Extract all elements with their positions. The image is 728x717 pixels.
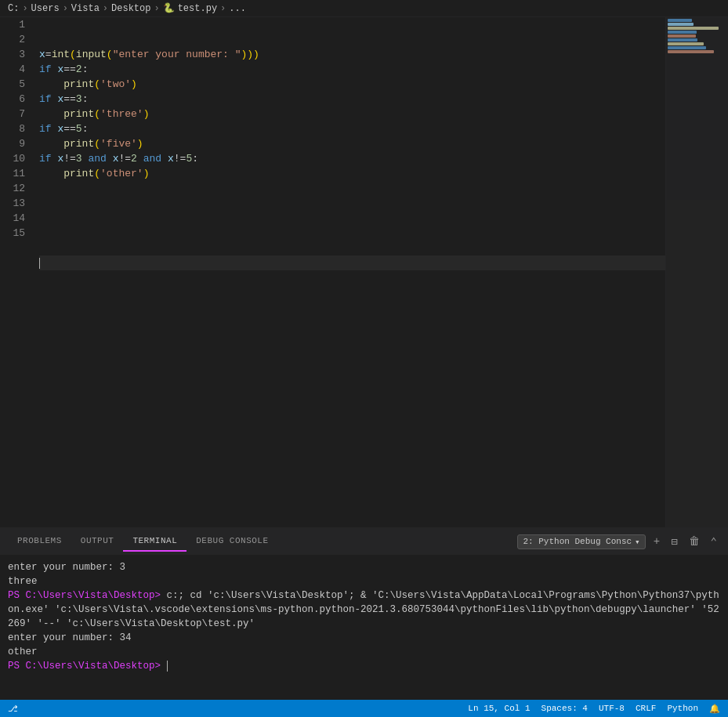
code-line[interactable] — [39, 255, 665, 270]
breadcrumb-part[interactable]: Vista — [71, 3, 100, 14]
breadcrumb-sep: › — [220, 3, 226, 14]
tab-debug-console[interactable]: DEBUG CONSOLE — [187, 531, 277, 552]
minimap-content — [666, 17, 728, 527]
line-number: 4 — [0, 62, 25, 77]
encoding[interactable]: UTF-8 — [599, 704, 625, 713]
terminal-line: other — [8, 645, 720, 659]
code-line[interactable]: if x!=3 and x!=2 and x!=5: — [39, 151, 665, 166]
line-number: 14 — [0, 211, 25, 226]
breadcrumb-file[interactable]: test.py — [178, 3, 217, 14]
minimap-line — [668, 42, 704, 45]
minimap-line — [668, 19, 692, 22]
line-number: 1 — [0, 17, 25, 32]
file-icon: 🐍 — [163, 2, 175, 14]
terminal-content[interactable]: enter your number: 3threePS C:\Users\Vis… — [0, 556, 728, 700]
terminal-selector-label: 2: Python Debug Consc — [523, 537, 632, 546]
minimap-line — [668, 31, 697, 34]
cursor-position[interactable]: Ln 15, Col 1 — [468, 704, 530, 713]
line-number: 9 — [0, 136, 25, 151]
line-number: 5 — [0, 77, 25, 92]
minimap-line — [668, 34, 696, 38]
code-line[interactable] — [39, 211, 665, 226]
line-number: 12 — [0, 181, 25, 196]
spaces[interactable]: Spaces: 4 — [541, 704, 588, 713]
status-right: Ln 15, Col 1 Spaces: 4 UTF-8 CRLF Python… — [468, 704, 720, 714]
minimap-line — [668, 62, 727, 65]
minimap-line — [668, 27, 719, 30]
code-line[interactable]: if x==3: — [39, 92, 665, 107]
line-number: 11 — [0, 166, 25, 181]
code-line[interactable]: print('two') — [39, 77, 665, 92]
terminal-line: enter your number: 34 — [8, 631, 720, 645]
minimap-line — [668, 54, 727, 57]
minimap-line — [668, 58, 727, 61]
line-number: 3 — [0, 47, 25, 62]
breadcrumb-more[interactable]: ... — [229, 3, 246, 14]
code-content[interactable]: x=int(input("enter your number: ")))if x… — [31, 17, 665, 527]
minimap — [665, 17, 728, 527]
minimap-line — [668, 74, 727, 77]
terminal-selector[interactable]: 2: Python Debug Consc ▾ — [517, 534, 645, 549]
terminal-line: PS C:\Users\Vista\Desktop> c:; cd 'c:\Us… — [8, 588, 720, 631]
code-line[interactable] — [39, 196, 665, 211]
tab-problems[interactable]: PROBLEMS — [8, 531, 71, 552]
breadcrumb-sep: › — [103, 3, 108, 14]
breadcrumb-part[interactable]: C: — [8, 3, 19, 14]
code-line[interactable]: print('three') — [39, 107, 665, 121]
line-number: 8 — [0, 121, 25, 136]
breadcrumb-sep: › — [154, 3, 159, 14]
minimap-line — [668, 46, 706, 49]
chevron-down-icon: ▾ — [635, 537, 640, 547]
code-editor[interactable]: 123456789101112131415 x=int(input("enter… — [0, 17, 728, 527]
breadcrumb-part[interactable]: Users — [31, 3, 60, 14]
minimap-line — [668, 38, 697, 42]
line-number: 13 — [0, 196, 25, 211]
line-number: 6 — [0, 92, 25, 107]
status-bar: ⎇ Ln 15, Col 1 Spaces: 4 UTF-8 CRLF Pyth… — [0, 700, 728, 717]
minimap-line — [668, 70, 727, 73]
code-line[interactable]: x=int(input("enter your number: "))) — [39, 47, 665, 62]
code-line[interactable]: if x==2: — [39, 62, 665, 77]
line-ending[interactable]: CRLF — [636, 704, 656, 713]
breadcrumb-part[interactable]: Desktop — [111, 3, 150, 14]
terminal-line: enter your number: 3 — [8, 560, 720, 574]
editor-area: 123456789101112131415 x=int(input("enter… — [0, 17, 728, 527]
text-cursor — [39, 258, 40, 269]
git-branch-icon: ⎇ — [8, 704, 18, 714]
breadcrumb: C: › Users › Vista › Desktop › 🐍 test.py… — [0, 0, 728, 17]
feedback-icon: 🔔 — [709, 704, 720, 714]
line-number: 15 — [0, 226, 25, 241]
code-line[interactable]: print('other') — [39, 166, 665, 181]
breadcrumb-sep: › — [22, 3, 27, 14]
code-line[interactable]: if x==5: — [39, 121, 665, 136]
terminal-cursor — [167, 661, 168, 672]
terminal-line: three — [8, 574, 720, 588]
delete-terminal-button[interactable]: 🗑 — [686, 534, 703, 549]
terminal-line: PS C:\Users\Vista\Desktop> — [8, 659, 720, 673]
code-line[interactable] — [39, 226, 665, 241]
panel-tabs: PROBLEMS OUTPUT TERMINAL DEBUG CONSOLE 2… — [0, 528, 728, 556]
maximize-panel-button[interactable]: ⌃ — [708, 534, 720, 550]
code-line[interactable] — [39, 181, 665, 196]
line-numbers: 123456789101112131415 — [0, 17, 31, 527]
code-line[interactable]: print('five') — [39, 136, 665, 151]
minimap-line — [668, 66, 727, 69]
split-terminal-button[interactable]: ⊟ — [668, 534, 680, 550]
add-terminal-button[interactable]: + — [650, 534, 663, 549]
line-number: 2 — [0, 32, 25, 47]
line-number: 10 — [0, 151, 25, 166]
line-number: 7 — [0, 107, 25, 121]
code-line[interactable] — [39, 241, 665, 255]
panel-right-controls: 2: Python Debug Consc ▾ + ⊟ 🗑 ⌃ — [517, 534, 720, 550]
bottom-panel: PROBLEMS OUTPUT TERMINAL DEBUG CONSOLE 2… — [0, 527, 728, 700]
breadcrumb-sep: › — [63, 3, 68, 14]
tab-terminal[interactable]: TERMINAL — [123, 531, 187, 552]
language[interactable]: Python — [667, 704, 698, 713]
minimap-line — [668, 50, 714, 53]
minimap-line — [668, 23, 694, 26]
tab-output[interactable]: OUTPUT — [71, 531, 124, 552]
